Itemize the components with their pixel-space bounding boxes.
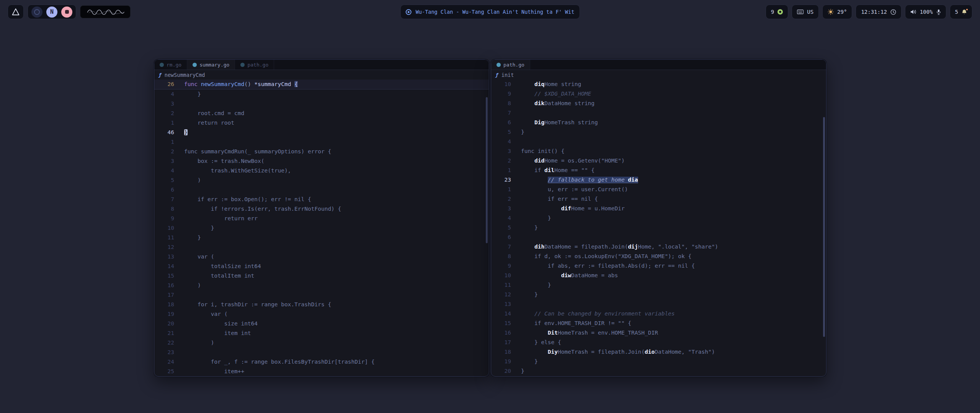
line-number: 10: [154, 223, 174, 233]
notifications-module[interactable]: 5: [950, 5, 972, 19]
audio-module[interactable]: 100%: [905, 5, 946, 19]
breadcrumb-label: init: [501, 72, 514, 78]
code-line[interactable]: 23: [154, 348, 489, 357]
clock-module[interactable]: 12:31:12: [856, 5, 901, 19]
code-line[interactable]: 8 if d, ok := os.LookupEnv("XDG_DATA_HOM…: [491, 252, 826, 261]
code-line[interactable]: 7 dihDataHome = filepath.Join(dijHome, "…: [491, 242, 826, 252]
code-line[interactable]: 19 }: [491, 357, 826, 366]
code-line[interactable]: 17 } else {: [491, 338, 826, 347]
code-line[interactable]: 11 }: [154, 233, 489, 242]
code-line[interactable]: 10 diwDataHome = abs: [491, 271, 826, 280]
code-body: 26func newSummaryCmd() *summaryCmd {4 }3…: [154, 80, 489, 376]
code-line[interactable]: 13 var (: [154, 252, 489, 262]
code-token: DataHome, "Trash"): [655, 349, 715, 355]
code-line[interactable]: 14 // Can be changed by environment vari…: [491, 309, 826, 319]
code-line[interactable]: 9 // $XDG_DATA_HOME: [491, 89, 826, 99]
code-token: dik: [534, 100, 544, 106]
code-line[interactable]: 1 u, err := user.Current(): [491, 185, 826, 194]
code-line[interactable]: 6 DigHomeTrash string: [491, 118, 826, 127]
workspace-app-icon-2[interactable]: N: [46, 7, 57, 18]
code-line[interactable]: 4 }: [154, 89, 489, 99]
keyboard-layout-module[interactable]: US: [792, 5, 819, 19]
code-line[interactable]: 22 ): [154, 338, 489, 348]
code-line[interactable]: 10 diqHome string: [491, 80, 826, 89]
tab-summary.go[interactable]: summary.go: [187, 60, 235, 70]
code-line[interactable]: 16 DitHomeTrash = env.HOME_TRASH_DIR: [491, 328, 826, 338]
media-player-pill[interactable]: Wu-Tang Clan - Wu-Tang Clan Ain't Nuthin…: [400, 5, 580, 19]
code-line[interactable]: 5 }: [491, 223, 826, 233]
code-line[interactable]: 8 if !errors.Is(err, trash.ErrNotFound) …: [154, 204, 489, 214]
workspace-app-icon-1[interactable]: [31, 7, 42, 18]
launcher-button[interactable]: [8, 5, 24, 19]
code-line[interactable]: 2func summaryCmdRun(_ summaryOptions) er…: [154, 147, 489, 156]
code-line[interactable]: 17: [154, 290, 489, 300]
code-line[interactable]: 13: [491, 299, 826, 309]
code-line[interactable]: 3func init() {: [491, 146, 826, 156]
code-token: }: [184, 91, 201, 97]
code-line[interactable]: 46}: [154, 128, 489, 137]
tab-rm.go[interactable]: rm.go: [154, 60, 187, 70]
code-line[interactable]: 2 if err == nil {: [491, 194, 826, 204]
code-line[interactable]: 20 size int64: [154, 319, 489, 328]
code-line[interactable]: 23 // fallback to get home dia: [491, 175, 826, 185]
line-text: ): [184, 338, 214, 348]
code-line[interactable]: 3 box := trash.NewBox(: [154, 156, 489, 166]
tab-path.go[interactable]: path.go: [235, 60, 274, 70]
code-line[interactable]: 12: [154, 242, 489, 252]
code-line[interactable]: 4: [491, 137, 826, 146]
code-line[interactable]: 21 item int: [154, 328, 489, 338]
code-line[interactable]: 1: [154, 137, 489, 147]
line-text: }: [521, 223, 538, 233]
line-number: 24: [154, 357, 174, 367]
code-line[interactable]: 2 didHome = os.Getenv("HOME"): [491, 156, 826, 166]
code-line[interactable]: 8 dikDataHome string: [491, 99, 826, 108]
line-text: if d, ok := os.LookupEnv("XDG_DATA_HOME"…: [521, 252, 691, 261]
code-line[interactable]: 7: [491, 108, 826, 118]
code-line[interactable]: 15 if env.HOME_TRASH_DIR != "" {: [491, 319, 826, 328]
code-line[interactable]: 15 totalItem int: [154, 271, 489, 281]
code-line[interactable]: 2 root.cmd = cmd: [154, 109, 489, 118]
line-number: 3: [491, 204, 511, 213]
line-text: diqHome string: [521, 80, 581, 89]
sticky-context-line[interactable]: 26func newSummaryCmd() *summaryCmd {: [154, 80, 489, 89]
updates-module[interactable]: 9: [766, 5, 788, 19]
code-line[interactable]: 4 }: [491, 213, 826, 223]
code-line[interactable]: 7 if err := box.Open(); err != nil {: [154, 195, 489, 204]
code-line[interactable]: 9 if abs, err := filepath.Abs(d); err ==…: [491, 261, 826, 271]
scrollbar[interactable]: [823, 117, 825, 337]
code-token: newSummaryCmd: [201, 81, 245, 87]
line-text: }: [521, 357, 538, 366]
code-line[interactable]: 1 if dilHome == "" {: [491, 166, 826, 175]
line-number: 9: [491, 261, 511, 271]
code-line[interactable]: 10 }: [154, 223, 489, 233]
code-line[interactable]: 6: [154, 185, 489, 195]
line-number: 17: [491, 338, 511, 347]
code-line[interactable]: 20}: [491, 366, 826, 376]
code-line[interactable]: 6: [491, 233, 826, 242]
code-line[interactable]: 12 }: [491, 290, 826, 299]
code-line[interactable]: 14 totalSize int64: [154, 262, 489, 271]
code-line[interactable]: 19 var (: [154, 309, 489, 319]
line-number: 8: [154, 204, 174, 214]
code-line[interactable]: 11 }: [491, 280, 826, 290]
notification-count: 5: [955, 9, 958, 15]
code-line[interactable]: 3 difHome = u.HomeDir: [491, 204, 826, 213]
weather-module[interactable]: 29°: [822, 5, 852, 19]
code-line[interactable]: 24 for _, f := range box.FilesByTrashDir…: [154, 357, 489, 367]
tab-path.go[interactable]: path.go: [491, 60, 530, 70]
code-line[interactable]: 18 for i, trashDir := range box.TrashDir…: [154, 300, 489, 309]
code-line[interactable]: 16 ): [154, 281, 489, 290]
scrollbar[interactable]: [486, 97, 488, 243]
code-token: [521, 311, 534, 317]
code-line[interactable]: 4 trash.WithGetSize(true),: [154, 166, 489, 176]
code-line[interactable]: 25 item++: [154, 367, 489, 376]
code-line[interactable]: 5 ): [154, 176, 489, 185]
code-line[interactable]: 3: [154, 99, 489, 109]
code-token: item++: [184, 368, 244, 374]
code-line[interactable]: 9 return err: [154, 214, 489, 223]
workspace-app-icon-3[interactable]: [61, 7, 72, 18]
microphone-icon: [936, 9, 941, 15]
code-line[interactable]: 18 DiyHomeTrash = filepath.Join(dioDataH…: [491, 347, 826, 357]
code-line[interactable]: 5}: [491, 127, 826, 137]
code-line[interactable]: 1 return root: [154, 118, 489, 128]
